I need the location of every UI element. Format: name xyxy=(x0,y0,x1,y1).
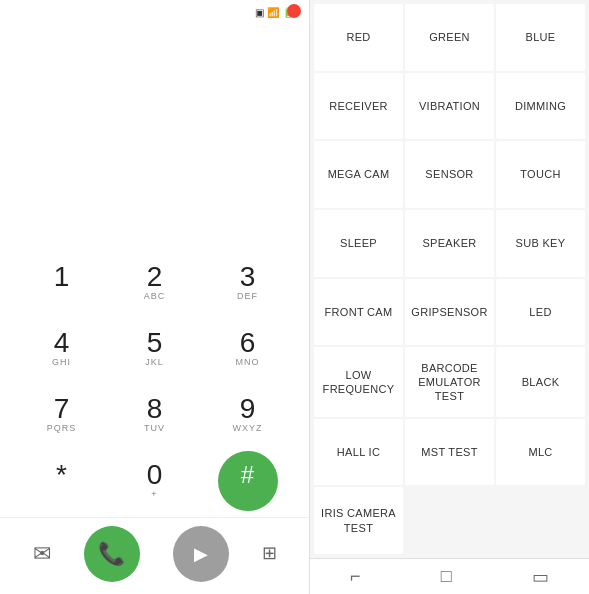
video-button[interactable]: ▶ xyxy=(173,526,229,582)
signal-icon: 📶 xyxy=(267,7,279,18)
key-sub-4: GHI xyxy=(52,357,71,369)
key-digit-0: 0 xyxy=(147,461,163,489)
key-3[interactable]: 3DEF xyxy=(202,251,293,315)
menu-item-sub-key[interactable]: SUB KEY xyxy=(496,210,585,277)
dialer-panel: ▣ 📶 🔋 12ABC3DEF4GHI5JKL6MNO7PQRS8TUV9WXY… xyxy=(0,0,310,594)
key-digit-9: 9 xyxy=(240,395,256,423)
key-digit-8: 8 xyxy=(147,395,163,423)
menu-item-red[interactable]: RED xyxy=(314,4,403,71)
call-button[interactable]: 📞 xyxy=(84,526,140,582)
menu-item-gripsensor[interactable]: GRIPSENSOR xyxy=(405,279,494,346)
menu-item-barcode-emulator-test[interactable]: BARCODE EMULATOR TEST xyxy=(405,347,494,417)
key-1[interactable]: 1 xyxy=(16,251,107,315)
video-icon: ▶ xyxy=(194,543,208,565)
wifi-icon: ▣ xyxy=(255,7,264,18)
hide-button[interactable]: ⊞ xyxy=(262,542,277,566)
action-bar: ✉ 📞 ▶ ⊞ xyxy=(0,517,309,594)
key-2[interactable]: 2ABC xyxy=(109,251,200,315)
key-digit-4: 4 xyxy=(54,329,70,357)
menu-item-dimming[interactable]: DIMMING xyxy=(496,73,585,140)
key-sub-9: WXYZ xyxy=(233,423,263,435)
key-digit-1: 1 xyxy=(54,263,70,291)
menu-item-mega-cam[interactable]: MEGA CAM xyxy=(314,141,403,208)
menu-item-speaker[interactable]: SPEAKER xyxy=(405,210,494,277)
menu-item-sleep[interactable]: SLEEP xyxy=(314,210,403,277)
menu-item-sensor[interactable]: SENSOR xyxy=(405,141,494,208)
home-nav-button[interactable]: □ xyxy=(441,566,452,587)
key-digit-7: 7 xyxy=(54,395,70,423)
message-icon: ✉ xyxy=(33,541,51,567)
menu-item-receiver[interactable]: RECEIVER xyxy=(314,73,403,140)
message-button[interactable]: ✉ xyxy=(33,541,51,567)
keypad: 12ABC3DEF4GHI5JKL6MNO7PQRS8TUV9WXYZ*0+# xyxy=(0,247,309,517)
key-7[interactable]: 7PQRS xyxy=(16,383,107,447)
key-0[interactable]: 0+ xyxy=(109,449,200,513)
grid-menu: REDGREENBLUERECEIVERVIBRATIONDIMMINGMEGA… xyxy=(310,0,589,558)
key-9[interactable]: 9WXYZ xyxy=(202,383,293,447)
menu-panel: REDGREENBLUERECEIVERVIBRATIONDIMMINGMEGA… xyxy=(310,0,589,594)
key-sub-7: PQRS xyxy=(47,423,77,435)
menu-item-green[interactable]: GREEN xyxy=(405,4,494,71)
menu-item-touch[interactable]: TOUCH xyxy=(496,141,585,208)
status-bar: ▣ 📶 🔋 xyxy=(0,0,309,24)
key-*[interactable]: * xyxy=(16,449,107,513)
key-digit-2: 2 xyxy=(147,263,163,291)
notification-badge xyxy=(287,4,301,18)
key-sub-8: TUV xyxy=(144,423,165,435)
menu-item-mlc[interactable]: MLC xyxy=(496,419,585,486)
hide-icon: ⊞ xyxy=(262,542,277,564)
key-6[interactable]: 6MNO xyxy=(202,317,293,381)
menu-item-front-cam[interactable]: FRONT CAM xyxy=(314,279,403,346)
dialer-top-bar xyxy=(0,24,309,40)
menu-item-led[interactable]: LED xyxy=(496,279,585,346)
key-5[interactable]: 5JKL xyxy=(109,317,200,381)
call-icon: 📞 xyxy=(98,541,125,567)
menu-item-low-frequency[interactable]: LOW FREQUENCY xyxy=(314,347,403,417)
menu-item-iris-camera-test[interactable]: IRIS CAMERA TEST xyxy=(314,487,403,554)
key-digit-6: 6 xyxy=(240,329,256,357)
bottom-navigation: ⌐ □ ▭ xyxy=(310,558,589,594)
menu-item-blue[interactable]: BLUE xyxy=(496,4,585,71)
menu-item-mst-test[interactable]: MST TEST xyxy=(405,419,494,486)
key-8[interactable]: 8TUV xyxy=(109,383,200,447)
key-4[interactable]: 4GHI xyxy=(16,317,107,381)
key-digit-5: 5 xyxy=(147,329,163,357)
key-sub-2: ABC xyxy=(144,291,166,303)
key-sub-5: JKL xyxy=(145,357,164,369)
key-sub-3: DEF xyxy=(237,291,258,303)
key-#[interactable]: # xyxy=(218,451,278,511)
key-sub-0: + xyxy=(151,489,157,501)
key-digit-*: * xyxy=(56,461,67,489)
key-digit-#: # xyxy=(241,463,254,487)
dialer-display xyxy=(0,56,309,247)
add-contact-bar[interactable] xyxy=(0,40,309,56)
menu-item-hall-ic[interactable]: HALL IC xyxy=(314,419,403,486)
menu-item-black[interactable]: BLACK xyxy=(496,347,585,417)
recent-nav-button[interactable]: ▭ xyxy=(532,566,549,588)
menu-item-vibration[interactable]: VIBRATION xyxy=(405,73,494,140)
key-digit-3: 3 xyxy=(240,263,256,291)
key-sub-6: MNO xyxy=(236,357,260,369)
back-nav-button[interactable]: ⌐ xyxy=(350,566,361,587)
